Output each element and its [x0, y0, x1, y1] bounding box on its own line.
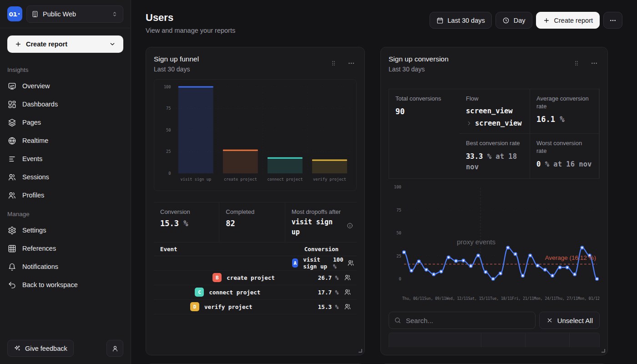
- sidebar-item-references[interactable]: References: [0, 239, 131, 258]
- search-input[interactable]: [406, 317, 530, 324]
- more-options-button[interactable]: [603, 12, 622, 29]
- stat-value: visit sign up: [292, 217, 344, 238]
- stat-label: Completed: [226, 208, 278, 216]
- report-cards: Sign up funnel Last 30 days 0255075100vi…: [146, 47, 622, 355]
- sidebar-item-label: Dashboards: [22, 101, 58, 108]
- card-resize-handle[interactable]: [602, 349, 605, 353]
- give-feedback-button[interactable]: Give feedback: [7, 340, 74, 357]
- create-report-label: Create report: [26, 40, 105, 48]
- insights-nav: Overview Dashboards Pages Realtime Event…: [0, 77, 131, 204]
- step-badge: D: [190, 302, 199, 311]
- svg-text:0: 0: [399, 277, 401, 281]
- flow-step-2: screen_view: [475, 119, 522, 127]
- svg-text:create project: create project: [224, 177, 257, 182]
- sidebar-item-label: Overview: [22, 82, 50, 90]
- conversion-card-header: Sign up conversion Last 30 days: [389, 55, 600, 73]
- plus-icon: [15, 40, 22, 48]
- conversion-line-chart[interactable]: 0255075100 proxy events Average (16.12 %…: [389, 182, 600, 301]
- card-menu-icon[interactable]: [591, 60, 598, 67]
- svg-text:75: 75: [396, 208, 401, 212]
- workspace-name: Public Web: [43, 10, 107, 18]
- sidebar-item-back-to-workspace[interactable]: Back to workspace: [0, 276, 131, 294]
- table-row[interactable]: D verify project 15.3 %: [154, 300, 357, 314]
- svg-text:visit sign up: visit sign up: [180, 177, 211, 182]
- stat-label: Worst conversion rate: [536, 140, 592, 155]
- card-resize-handle[interactable]: [359, 349, 362, 353]
- stat-worst-conversion: Worst conversion rate 0 % at 16 nov: [530, 134, 599, 178]
- conversion-card: Sign up conversion Last 30 days Flow scr…: [380, 47, 608, 355]
- view-users-icon[interactable]: [339, 274, 357, 281]
- drag-handle-icon[interactable]: [573, 60, 580, 66]
- event-name: verify project: [204, 303, 252, 310]
- date-range-button[interactable]: Last 30 days: [430, 12, 492, 29]
- view-users-icon[interactable]: [344, 259, 357, 267]
- sidebar-item-label: Notifications: [22, 263, 58, 270]
- ellipsis-icon: [609, 17, 617, 24]
- svg-text:100: 100: [394, 185, 401, 189]
- stat-value: 15.3: [160, 219, 179, 228]
- create-report-button[interactable]: Create report: [536, 12, 600, 29]
- unselect-all-button[interactable]: Unselect All: [539, 312, 600, 329]
- svg-text:connect project: connect project: [267, 177, 303, 182]
- openpanel-logo[interactable]: oı·: [7, 6, 22, 21]
- stat-total-conversions: Total conversions 90: [389, 89, 460, 178]
- person-icon: [111, 345, 119, 352]
- plus-icon: [543, 17, 550, 24]
- stat-label: Average conversion rate: [536, 95, 592, 111]
- funnel-card-subtitle: Last 30 days: [154, 66, 199, 73]
- give-feedback-label: Give feedback: [25, 345, 67, 352]
- sidebar-item-notifications[interactable]: Notifications: [0, 258, 131, 276]
- sparkles-icon: [14, 345, 21, 352]
- funnel-bar-chart[interactable]: 0255075100visit sign upcreate projectcon…: [154, 79, 357, 191]
- event-name: connect project: [209, 289, 260, 296]
- sidebar-item-dashboards[interactable]: Dashboards: [0, 95, 131, 113]
- section-label-manage: Manage: [0, 204, 131, 221]
- profile-button[interactable]: [106, 340, 123, 357]
- view-users-icon[interactable]: [339, 303, 357, 310]
- view-users-icon[interactable]: [339, 288, 357, 296]
- info-icon[interactable]: [347, 222, 353, 230]
- create-report-label: Create report: [554, 17, 593, 24]
- search-icon: [394, 317, 401, 324]
- funnel-stats: Conversion 15.3 % Completed 82 Most drop…: [154, 202, 357, 243]
- sidebar-item-profiles[interactable]: Profiles: [0, 186, 131, 204]
- sidebar-create-report-button[interactable]: Create report: [7, 35, 123, 53]
- workspace-selector[interactable]: Public Web: [26, 5, 123, 23]
- sidebar-item-settings[interactable]: Settings: [0, 221, 131, 239]
- event-column-header: Event: [160, 246, 177, 253]
- card-menu-icon[interactable]: [348, 60, 355, 67]
- search-field[interactable]: [389, 312, 536, 329]
- stat-most-dropoffs: Most dropoffs after visit sign up: [285, 202, 357, 242]
- sidebar-item-pages[interactable]: Pages: [0, 113, 131, 131]
- page-header: Users View and manage your reports Last …: [146, 12, 622, 34]
- conversion-card-subtitle: Last 30 days: [389, 66, 449, 73]
- flow-step-1: screen_view: [466, 107, 513, 115]
- header-actions: Last 30 days Day Create report: [430, 12, 622, 29]
- sidebar-item-label: Back to workspace: [22, 281, 78, 288]
- sidebar: oı· Public Web Create report Insights Ov…: [0, 0, 131, 364]
- manage-nav: Settings References Notifications Back t…: [0, 221, 131, 294]
- page-subtitle: View and manage your reports: [146, 27, 235, 34]
- interval-button[interactable]: Day: [495, 12, 532, 29]
- sidebar-item-sessions[interactable]: Sessions: [0, 168, 131, 186]
- page-title: Users: [146, 12, 235, 24]
- stat-label: Conversion: [160, 208, 212, 216]
- calendar-icon: [436, 17, 444, 24]
- event-name: visit sign up: [303, 256, 333, 270]
- table-header: Event Conversion: [154, 243, 357, 256]
- sidebar-item-realtime[interactable]: Realtime: [0, 131, 131, 150]
- grid-icon: [8, 244, 16, 253]
- table-row[interactable]: A visit sign up 100 %: [154, 256, 357, 271]
- unselect-all-label: Unselect All: [557, 317, 593, 324]
- table-row[interactable]: B create project 26.7 %: [154, 271, 357, 285]
- series-filter-row: Unselect All: [389, 312, 600, 329]
- drag-handle-icon[interactable]: [330, 60, 337, 66]
- stat-average-conversion: Average conversion rate 16.1 %: [530, 89, 599, 134]
- chevron-down-icon: [109, 40, 116, 48]
- sidebar-item-events[interactable]: Events: [0, 150, 131, 168]
- table-row[interactable]: C connect project 17.7 %: [154, 285, 357, 300]
- sidebar-item-overview[interactable]: Overview: [0, 77, 131, 95]
- gear-icon: [8, 226, 16, 235]
- step-badge: B: [212, 273, 222, 282]
- svg-text:verify project: verify project: [313, 177, 346, 182]
